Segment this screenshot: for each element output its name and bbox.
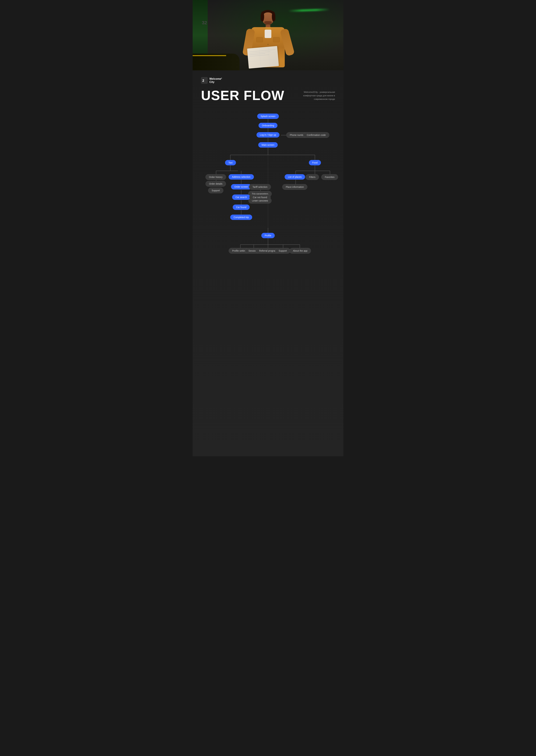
node-car-found[interactable]: Car found [233,205,250,210]
logo-text: Welcome2 City [209,77,222,83]
node-car-not-found[interactable]: Car not found [250,194,271,200]
node-order-screen[interactable]: Order screen [231,184,251,189]
node-support-profile[interactable]: Support [275,248,290,254]
content-section: 2 Welcome2 City USER FLOW Welcome2City -… [193,70,343,456]
node-car-search[interactable]: Car search [232,194,250,200]
node-splash[interactable]: Splash screen [257,114,279,119]
logo-icon: 2 [201,77,208,84]
subtitle-text: Welcome2City - универсальная комфортная … [301,90,335,101]
node-order-history[interactable]: Order history [206,174,226,180]
hero-section: 32 [193,0,343,70]
node-onboarding[interactable]: Onboarding [258,123,277,128]
node-completed-trip[interactable]: Completed trip [230,214,252,220]
node-taxi[interactable]: Taxi [225,160,236,165]
logo-area: 2 Welcome2 City [201,77,335,84]
page-title: USER FLOW [201,89,285,102]
node-list-of-places[interactable]: List of places [285,174,305,180]
node-favorites[interactable]: Favorites [321,174,338,180]
header-row: USER FLOW Welcome2City - универсальная к… [201,89,335,102]
node-about-app[interactable]: About the app [289,248,311,254]
logo-sup: 2 [221,77,222,79]
node-order-details[interactable]: Order details [206,181,226,187]
node-place-information[interactable]: Place information [282,184,307,190]
node-food[interactable]: Food [309,160,321,165]
node-filters[interactable]: Filters [306,174,319,180]
node-profile[interactable]: Profile [261,233,275,238]
node-address-selection[interactable]: Address selection [229,174,254,180]
flow-diagram: Splash screen Onboarding Log in / Sign u… [201,111,335,446]
node-support-taxi[interactable]: Support [208,188,223,193]
node-tariff-selection[interactable]: Tariff selection [249,184,271,190]
svg-text:2: 2 [202,79,204,82]
logo-line2: City [209,81,222,83]
node-main[interactable]: Main screen [258,142,278,148]
logo-line1: Welcome [209,78,221,80]
node-confirmation[interactable]: Confirmation code [303,132,329,138]
node-login[interactable]: Log in / Sign up [256,132,280,138]
